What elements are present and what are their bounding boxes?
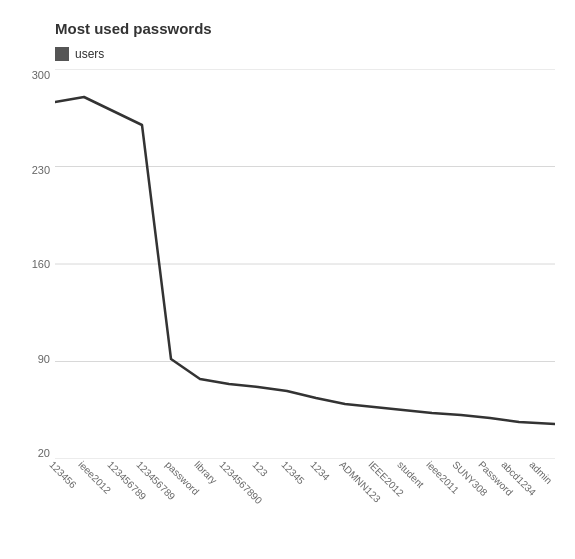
x-label-8: 12345 bbox=[279, 459, 306, 486]
x-label-0: 123456 bbox=[47, 459, 78, 490]
chart-svg bbox=[55, 69, 555, 459]
chart-container: Most used passwords users 300 230 160 90… bbox=[0, 0, 575, 559]
y-label-90: 90 bbox=[10, 353, 50, 365]
x-label-17: admin bbox=[527, 459, 554, 486]
y-label-300: 300 bbox=[10, 69, 50, 81]
y-label-20: 20 bbox=[10, 447, 50, 459]
chart-legend: users bbox=[55, 47, 555, 61]
chart-area: 300 230 160 90 20 123456 ieee2012 123456… bbox=[55, 69, 555, 459]
chart-title: Most used passwords bbox=[55, 20, 555, 37]
y-label-160: 160 bbox=[10, 258, 50, 270]
legend-label: users bbox=[75, 47, 104, 61]
x-label-9: 1234 bbox=[308, 459, 332, 483]
y-axis-labels: 300 230 160 90 20 bbox=[10, 69, 50, 459]
x-label-7: 123 bbox=[250, 459, 270, 479]
x-label-5: library bbox=[192, 459, 219, 486]
y-label-230: 230 bbox=[10, 164, 50, 176]
legend-color-box bbox=[55, 47, 69, 61]
x-axis-labels: 123456 ieee2012 123456789 123456789 pass… bbox=[55, 459, 555, 514]
